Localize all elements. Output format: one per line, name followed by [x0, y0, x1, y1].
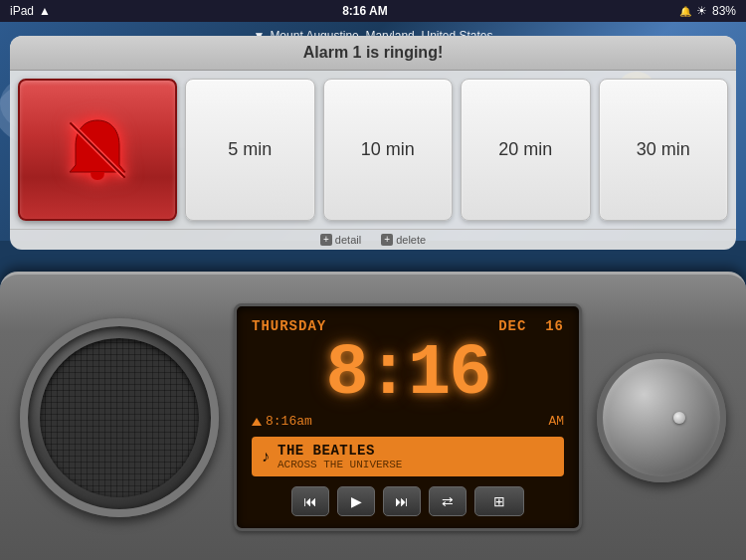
bell-slash-icon — [58, 110, 137, 190]
brightness-icon: ☀ — [696, 4, 707, 18]
detail-link[interactable]: detail — [320, 234, 361, 246]
snooze-10min-button[interactable]: 10 min — [323, 79, 454, 221]
speaker-grille-left — [40, 338, 199, 497]
battery-percent: 83% — [712, 4, 736, 18]
play-button[interactable]: ▶ — [337, 486, 375, 516]
shuffle-button[interactable]: ⇄ — [429, 486, 466, 516]
notification-icon: 🔔 — [679, 6, 691, 17]
date-row: THURSDAY DEC 16 — [252, 318, 564, 334]
rewind-button[interactable]: ⏮ — [291, 486, 329, 516]
snooze-20min-button[interactable]: 20 min — [461, 79, 591, 221]
alarm-title-bar: Alarm 1 is ringing! — [10, 36, 736, 71]
status-bar: iPad ▲ 8:16 AM 🔔 ☀ 83% — [0, 0, 746, 22]
radio-section: THURSDAY DEC 16 8:16 8:16am AM ♪ THE BEA… — [0, 272, 746, 560]
now-playing-bar: ♪ THE BEATLES ACROSS THE UNIVERSE — [252, 437, 564, 476]
day-label: THURSDAY — [252, 318, 326, 334]
knob-indicator — [673, 412, 685, 424]
track-subtitle: ACROSS THE UNIVERSE — [278, 459, 554, 470]
clock: 8:16 AM — [342, 4, 388, 18]
track-title: THE BEATLES — [278, 443, 554, 459]
alarm-detail-bar: detail delete — [10, 229, 736, 250]
wifi-icon: ▲ — [39, 4, 51, 18]
alarm-time-row: 8:16am AM — [252, 414, 564, 429]
alarm-triangle-icon — [252, 418, 262, 426]
playback-controls: ⏮ ▶ ⏭ ⇄ ⊞ — [252, 486, 564, 516]
alarm-title: Alarm 1 is ringing! — [303, 44, 443, 61]
left-speaker — [20, 318, 219, 517]
music-note-icon: ♪ — [262, 448, 270, 466]
extra-button[interactable]: ⊞ — [474, 486, 524, 516]
alarm-overlay: Alarm 1 is ringing! 5 min 10 min — [10, 36, 736, 250]
status-right: 🔔 ☀ 83% — [679, 4, 736, 18]
clock-time-display: 8:16 — [252, 338, 564, 410]
carrier-label: iPad — [10, 4, 34, 18]
dismiss-alarm-button[interactable] — [18, 79, 177, 221]
status-left: iPad ▲ — [10, 4, 51, 18]
alarm-time-indicator: 8:16am — [252, 414, 312, 429]
fast-forward-button[interactable]: ⏭ — [383, 486, 421, 516]
alarm-content: 5 min 10 min 20 min 30 min — [10, 71, 736, 229]
volume-knob[interactable] — [597, 353, 726, 482]
clock-display: THURSDAY DEC 16 8:16 8:16am AM ♪ THE BEA… — [234, 303, 582, 531]
snooze-buttons-container: 5 min 10 min 20 min 30 min — [185, 79, 728, 221]
month-day: DEC 16 — [498, 318, 564, 334]
delete-link[interactable]: delete — [381, 234, 426, 246]
snooze-5min-button[interactable]: 5 min — [185, 79, 315, 221]
am-pm-label: AM — [548, 414, 564, 429]
track-info: THE BEATLES ACROSS THE UNIVERSE — [278, 443, 554, 470]
snooze-30min-button[interactable]: 30 min — [599, 79, 729, 221]
